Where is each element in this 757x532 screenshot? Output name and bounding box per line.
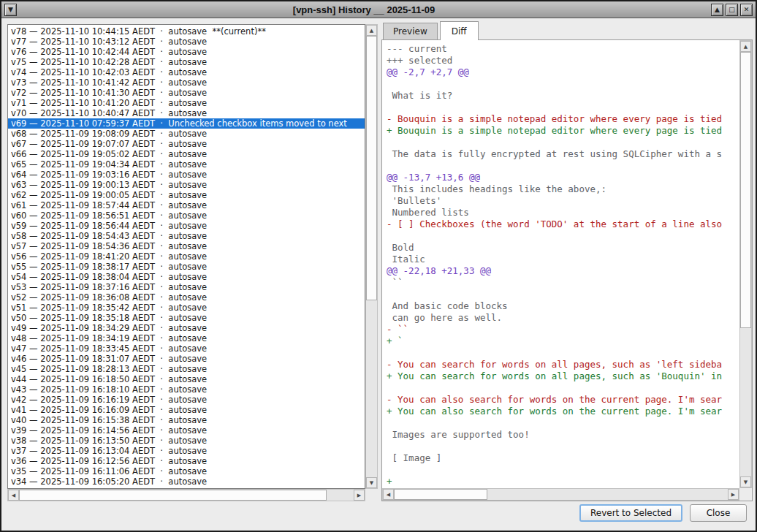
list-item[interactable]: v52 — 2025-11-09 18:36:08 AEDT · autosav… — [8, 292, 365, 303]
diff-view[interactable]: --- current+++ selected@@ -2,7 +2,7 @@ W… — [382, 40, 739, 488]
list-item[interactable]: v72 — 2025-11-10 10:41:30 AEDT · autosav… — [8, 88, 365, 98]
diff-vscroll-thumb[interactable] — [740, 52, 751, 328]
diff-scroll-left-button[interactable]: ◀ — [383, 489, 394, 500]
diff-pane: --- current+++ selected@@ -2,7 +2,7 @@ W… — [381, 39, 753, 501]
history-vscrollbar[interactable]: ▲ ▼ — [365, 24, 378, 489]
history-scroll-up-button[interactable]: ▲ — [366, 25, 377, 36]
diff-line: Bold — [387, 242, 739, 254]
diff-line: + Bouquin is a simple notepad editor whe… — [387, 125, 739, 137]
diff-scroll-up-button[interactable]: ▲ — [740, 41, 751, 52]
list-item[interactable]: v73 — 2025-11-10 10:41:42 AEDT · autosav… — [8, 77, 365, 88]
maximize-button[interactable]: □ — [726, 4, 738, 16]
tab-diff[interactable]: Diff — [440, 21, 479, 40]
list-item[interactable]: v54 — 2025-11-09 18:38:04 AEDT · autosav… — [8, 272, 365, 282]
diff-line: 'Bullets' — [387, 195, 739, 207]
close-button-label: Close — [707, 508, 731, 518]
diff-hscrollbar[interactable]: ◀ ▶ — [382, 488, 739, 501]
list-item[interactable]: v59 — 2025-11-09 18:56:44 AEDT · autosav… — [8, 221, 365, 231]
list-item[interactable]: v53 — 2025-11-09 18:37:16 AEDT · autosav… — [8, 282, 365, 292]
list-item[interactable]: v34 — 2025-11-09 16:05:20 AEDT · autosav… — [8, 476, 365, 487]
list-item[interactable]: v67 — 2025-11-09 19:07:07 AEDT · autosav… — [8, 139, 365, 149]
diff-vscrollbar[interactable]: ▲ ▼ — [739, 40, 752, 488]
list-item[interactable]: v49 — 2025-11-09 18:34:29 AEDT · autosav… — [8, 323, 365, 333]
history-scroll-right-button[interactable]: ▶ — [354, 490, 365, 501]
diff-line: Images are supported too! — [387, 429, 739, 441]
diff-hscroll-track[interactable] — [394, 489, 728, 500]
list-item[interactable]: v43 — 2025-11-09 16:18:10 AEDT · autosav… — [8, 384, 365, 395]
list-item[interactable]: v42 — 2025-11-09 16:16:19 AEDT · autosav… — [8, 395, 365, 405]
history-hscroll-thumb[interactable] — [19, 490, 327, 501]
list-item[interactable]: v46 — 2025-11-09 18:31:07 AEDT · autosav… — [8, 354, 365, 364]
history-hscrollbar[interactable]: ◀ ▶ — [7, 489, 365, 501]
list-item[interactable]: v78 — 2025-11-10 10:44:15 AEDT · autosav… — [8, 26, 365, 37]
diff-line: - `` — [387, 324, 739, 335]
list-item[interactable]: v64 — 2025-11-09 19:03:16 AEDT · autosav… — [8, 170, 365, 180]
history-vscroll-track[interactable] — [366, 36, 377, 477]
diff-hscroll-thumb[interactable] — [394, 489, 487, 500]
list-item[interactable]: v75 — 2025-11-10 10:42:28 AEDT · autosav… — [8, 57, 365, 67]
diff-line — [387, 441, 739, 452]
list-item[interactable]: v35 — 2025-11-09 16:11:06 AEDT · autosav… — [8, 466, 365, 476]
list-item[interactable]: v65 — 2025-11-09 19:04:34 AEDT · autosav… — [8, 159, 365, 170]
history-scroll-down-button[interactable]: ▼ — [366, 477, 377, 488]
scroll-up-icon: ▲ — [744, 44, 748, 50]
diff-line: What is it? — [387, 90, 739, 102]
diff-line — [387, 417, 739, 429]
diff-line: And basic code blocks — [387, 300, 739, 312]
revert-to-selected-button[interactable]: Revert to Selected — [579, 504, 682, 522]
list-item[interactable]: v71 — 2025-11-10 10:41:20 AEDT · autosav… — [8, 98, 365, 108]
list-item[interactable]: v57 — 2025-11-09 18:54:36 AEDT · autosav… — [8, 241, 365, 251]
list-item[interactable]: v55 — 2025-11-09 18:38:17 AEDT · autosav… — [8, 262, 365, 272]
close-window-button[interactable]: ✕ — [740, 4, 753, 16]
diff-line: - You can search for words on all pages,… — [387, 359, 739, 370]
history-vscroll-thumb[interactable] — [366, 36, 377, 300]
list-item[interactable]: v39 — 2025-11-09 16:14:56 AEDT · autosav… — [8, 425, 365, 436]
diff-line: + You can also search for words on the c… — [387, 406, 739, 417]
list-item[interactable]: v69 — 2025-11-10 07:59:37 AEDT · Uncheck… — [8, 118, 365, 129]
tab-preview[interactable]: Preview — [383, 23, 438, 39]
list-item[interactable]: v62 — 2025-11-09 19:00:05 AEDT · autosav… — [8, 190, 365, 200]
diff-line: @@ -22,18 +21,33 @@ — [387, 265, 739, 277]
history-hscroll-track[interactable] — [19, 490, 354, 501]
list-item[interactable]: v38 — 2025-11-09 16:13:50 AEDT · autosav… — [8, 436, 365, 446]
history-list[interactable]: v78 — 2025-11-10 10:44:15 AEDT · autosav… — [7, 24, 365, 489]
scroll-up-icon: ▲ — [370, 28, 373, 34]
list-item[interactable]: v36 — 2025-11-09 16:12:56 AEDT · autosav… — [8, 456, 365, 466]
diff-vscroll-track[interactable] — [740, 52, 751, 476]
tab-diff-label: Diff — [452, 26, 467, 37]
list-item[interactable]: v68 — 2025-11-09 19:08:09 AEDT · autosav… — [8, 129, 365, 139]
list-item[interactable]: v70 — 2025-11-10 10:40:47 AEDT · autosav… — [8, 108, 365, 118]
tab-preview-label: Preview — [393, 26, 427, 37]
diff-scroll-down-button[interactable]: ▼ — [740, 476, 751, 487]
list-item[interactable]: v48 — 2025-11-09 18:34:19 AEDT · autosav… — [8, 333, 365, 343]
diff-scroll-right-button[interactable]: ▶ — [728, 489, 739, 500]
list-item[interactable]: v50 — 2025-11-09 18:35:18 AEDT · autosav… — [8, 313, 365, 323]
list-item[interactable]: v63 — 2025-11-09 19:00:13 AEDT · autosav… — [8, 180, 365, 190]
diff-line: The data is fully encrypted at rest usin… — [387, 148, 739, 160]
list-item[interactable]: v56 — 2025-11-09 18:41:20 AEDT · autosav… — [8, 251, 365, 262]
list-item[interactable]: v44 — 2025-11-09 16:18:50 AEDT · autosav… — [8, 374, 365, 384]
list-item[interactable]: v66 — 2025-11-09 19:05:02 AEDT · autosav… — [8, 149, 365, 159]
shade-button[interactable]: ▲ — [711, 4, 723, 16]
list-item[interactable]: v51 — 2025-11-09 18:35:42 AEDT · autosav… — [8, 303, 365, 313]
list-item[interactable]: v47 — 2025-11-09 18:33:45 AEDT · autosav… — [8, 343, 365, 354]
list-item[interactable]: v60 — 2025-11-09 18:56:51 AEDT · autosav… — [8, 210, 365, 221]
list-item[interactable]: v61 — 2025-11-09 18:57:44 AEDT · autosav… — [8, 200, 365, 210]
close-button[interactable]: Close — [690, 504, 747, 522]
window-menu-button[interactable]: ▼ — [4, 4, 17, 16]
shade-icon: ▲ — [715, 7, 720, 13]
list-item[interactable]: v58 — 2025-11-09 18:54:43 AEDT · autosav… — [8, 231, 365, 241]
list-item[interactable]: v40 — 2025-11-09 16:15:38 AEDT · autosav… — [8, 415, 365, 425]
diff-line: + You can search for words on all pages,… — [387, 370, 739, 382]
list-item[interactable]: v41 — 2025-11-09 16:16:09 AEDT · autosav… — [8, 405, 365, 415]
diff-line: @@ -13,7 +13,6 @@ — [387, 172, 739, 183]
window-title: [vpn-ssh] History __ 2025-11-09 — [17, 4, 711, 15]
titlebar: ▼ [vpn-ssh] History __ 2025-11-09 ▲ □ ✕ — [1, 1, 756, 18]
list-item[interactable]: v37 — 2025-11-09 16:13:04 AEDT · autosav… — [8, 446, 365, 456]
list-item[interactable]: v77 — 2025-11-10 10:43:12 AEDT · autosav… — [8, 37, 365, 47]
list-item[interactable]: v76 — 2025-11-10 10:42:44 AEDT · autosav… — [8, 47, 365, 57]
list-item[interactable]: v45 — 2025-11-09 18:28:13 AEDT · autosav… — [8, 364, 365, 374]
diff-panel: Preview Diff --- current+++ selected@@ -… — [381, 20, 753, 501]
list-item[interactable]: v74 — 2025-11-10 10:42:03 AEDT · autosav… — [8, 67, 365, 77]
history-scroll-left-button[interactable]: ◀ — [8, 490, 19, 501]
